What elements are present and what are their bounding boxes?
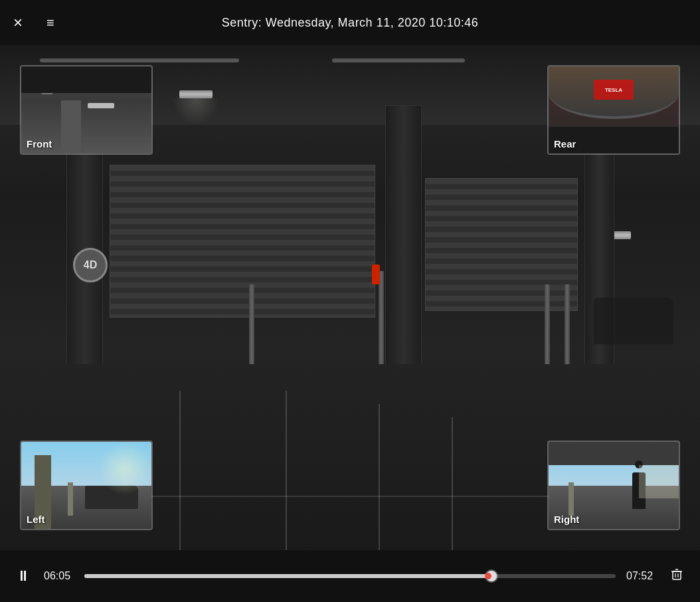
ceiling-pipe xyxy=(40,58,239,62)
parking-line-3 xyxy=(379,404,380,550)
column xyxy=(61,100,81,153)
light-cone xyxy=(173,98,219,125)
trash-icon xyxy=(669,567,684,581)
delete-button[interactable] xyxy=(667,567,687,585)
bright-area xyxy=(639,465,679,498)
ceiling-pipe-2 xyxy=(332,58,465,62)
topbar: × ≡ Sentry: Wednesday, March 11, 2020 10… xyxy=(0,0,700,45)
vehicle-silhouette xyxy=(594,298,673,344)
main-video-area: 4D xyxy=(0,45,700,550)
right-label: Right xyxy=(554,514,579,525)
controls-bar: ⏸ 06:05 07:52 xyxy=(0,550,700,602)
total-time: 07:52 xyxy=(626,570,656,582)
floor-line-h xyxy=(133,496,567,497)
rear-label: Rear xyxy=(554,138,576,150)
close-button[interactable]: × xyxy=(13,15,23,31)
pause-button[interactable]: ⏸ xyxy=(13,567,33,585)
progress-thumb xyxy=(486,571,497,581)
shutter-right xyxy=(425,178,578,311)
charger-right xyxy=(569,482,574,516)
left-label: Left xyxy=(27,514,45,525)
fire-extinguisher xyxy=(372,264,380,284)
ceiling xyxy=(21,66,151,93)
svg-rect-0 xyxy=(673,571,681,579)
current-time: 06:05 xyxy=(44,570,74,582)
menu-button[interactable]: ≡ xyxy=(46,15,54,31)
parking-sign: 4D xyxy=(73,248,108,282)
structure-top xyxy=(549,442,679,465)
left-camera-thumb[interactable]: Left xyxy=(20,441,153,530)
front-label: Front xyxy=(27,138,52,150)
garage-scene: 4D xyxy=(0,45,700,550)
progress-fill xyxy=(84,574,493,578)
progress-dot xyxy=(485,573,491,579)
parking-line-2 xyxy=(286,391,287,550)
progress-bar[interactable] xyxy=(84,574,616,578)
shutter-center xyxy=(110,165,375,318)
front-camera-thumb[interactable]: Front xyxy=(20,65,153,155)
rear-camera-thumb[interactable]: TESLA Rear xyxy=(547,65,680,155)
parking-line-4 xyxy=(452,417,453,550)
light xyxy=(88,103,114,108)
light-fixture-1 xyxy=(179,90,213,98)
tesla-logo: TESLA xyxy=(594,80,634,100)
charger xyxy=(68,482,73,516)
sunlight xyxy=(98,442,151,495)
parking-line-1 xyxy=(179,391,181,550)
right-camera-thumb[interactable]: Right xyxy=(547,441,680,530)
video-title: Sentry: Wednesday, March 11, 2020 10:10:… xyxy=(222,16,479,30)
